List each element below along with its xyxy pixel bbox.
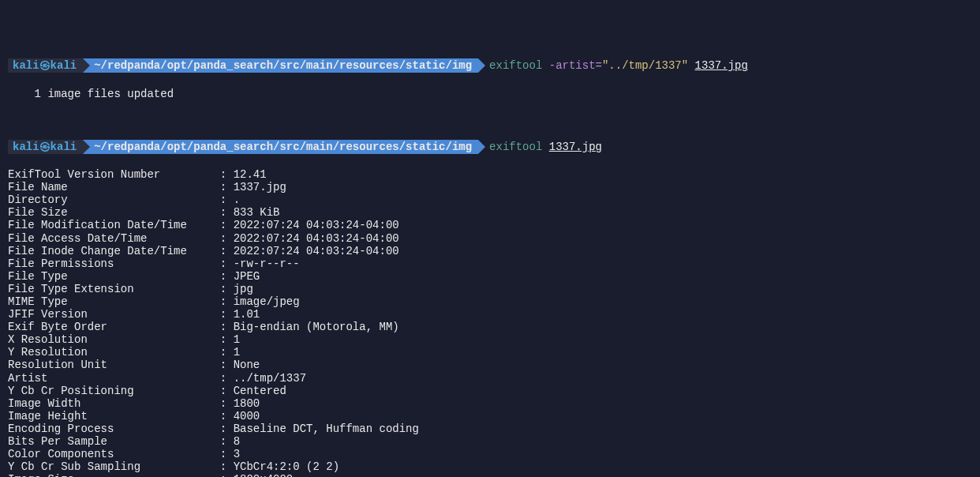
- cmd-flag: -artist=: [549, 59, 602, 72]
- exif-row: File Access Date/Time : 2022:07:24 04:03…: [8, 232, 972, 245]
- exif-row: File Type : JPEG: [8, 270, 972, 283]
- exif-row: Exif Byte Order : Big-endian (Motorola, …: [8, 321, 972, 333]
- gap: [8, 113, 972, 126]
- exif-row: File Modification Date/Time : 2022:07:24…: [8, 219, 972, 231]
- user-host: kali㉿kali: [8, 140, 83, 154]
- command-2[interactable]: exiftool 1337.jpg: [478, 141, 602, 153]
- cmd-string: "../tmp/1337": [602, 59, 688, 72]
- exif-row: File Permissions : -rw-r--r--: [8, 257, 972, 270]
- exif-row: File Size : 833 KiB: [8, 206, 972, 219]
- cmd-arg: 1337.jpg: [549, 141, 602, 153]
- exif-row: Bits Per Sample : 8: [8, 435, 972, 448]
- exif-row: Resolution Unit : None: [8, 359, 972, 371]
- exif-row: Y Cb Cr Sub Sampling : YCbCr4:2:0 (2 2): [8, 460, 972, 473]
- exif-row: Image Size : 1800x4000: [8, 473, 972, 477]
- exif-row: X Resolution : 1: [8, 333, 972, 346]
- prompt-line-1: kali㉿kali ~/redpanda/opt/panda_search/sr…: [8, 58, 972, 73]
- exif-row: Image Width : 1800: [8, 397, 972, 410]
- exif-row: File Type Extension : jpg: [8, 283, 972, 295]
- exif-row: Y Cb Cr Positioning : Centered: [8, 385, 972, 397]
- prompt-line-2: kali㉿kali ~/redpanda/opt/panda_search/sr…: [8, 140, 972, 154]
- exif-row: Y Resolution : 1: [8, 346, 972, 359]
- output-1: 1 image files updated: [8, 88, 972, 100]
- exif-row: Encoding Process : Baseline DCT, Huffman…: [8, 423, 972, 435]
- cmd-name: exiftool: [489, 59, 542, 72]
- path: ~/redpanda/opt/panda_search/src/main/res…: [83, 140, 478, 154]
- exif-row: JFIF Version : 1.01: [8, 308, 972, 321]
- exif-row: Artist : ../tmp/1337: [8, 372, 972, 385]
- exif-row: Image Height : 4000: [8, 410, 972, 423]
- path: ~/redpanda/opt/panda_search/src/main/res…: [83, 58, 478, 73]
- cmd-arg: 1337.jpg: [695, 59, 748, 72]
- exif-output: ExifTool Version Number : 12.41File Name…: [8, 168, 972, 477]
- exif-row: File Inode Change Date/Time : 2022:07:24…: [8, 245, 972, 257]
- user-host: kali㉿kali: [8, 58, 83, 73]
- exif-row: ExifTool Version Number : 12.41: [8, 168, 972, 181]
- exif-row: File Name : 1337.jpg: [8, 181, 972, 193]
- command-1[interactable]: exiftool -artist="../tmp/1337" 1337.jpg: [478, 59, 748, 72]
- exif-row: Directory : .: [8, 193, 972, 206]
- cmd-name: exiftool: [489, 141, 542, 153]
- exif-row: MIME Type : image/jpeg: [8, 295, 972, 308]
- exif-row: Color Components : 3: [8, 448, 972, 460]
